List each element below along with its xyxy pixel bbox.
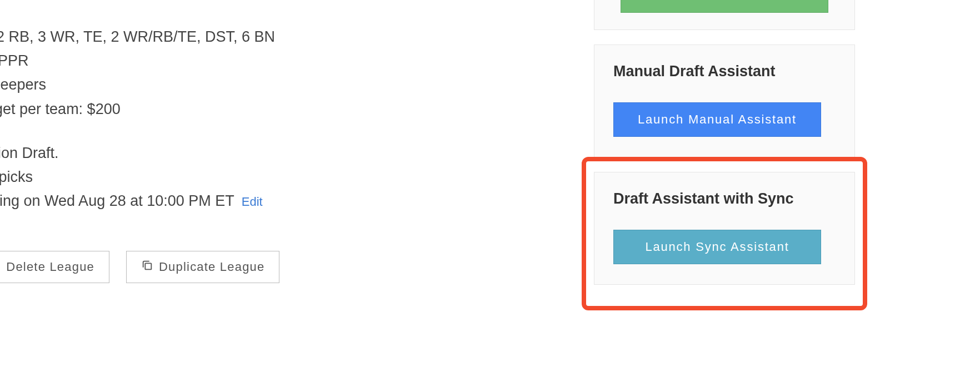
sidebar: Start a Mock Draft Manual Draft Assistan… <box>594 0 855 299</box>
manual-assistant-title: Manual Draft Assistant <box>613 63 836 80</box>
start-mock-draft-button[interactable]: Start a Mock Draft <box>621 0 828 13</box>
edit-draft-time-link[interactable]: Edit <box>242 195 263 209</box>
launch-sync-assistant-label: Launch Sync Assistant <box>645 240 789 254</box>
mock-draft-card: Start a Mock Draft <box>594 0 855 30</box>
draft-time-text: rafting on Wed Aug 28 at 10:00 PM ET <box>0 192 234 209</box>
manual-assistant-card: Manual Draft Assistant Launch Manual Ass… <box>594 44 855 157</box>
duplicate-league-label: Duplicate League <box>159 260 264 274</box>
delete-league-label: Delete League <box>6 260 94 274</box>
trash-icon <box>0 259 1 275</box>
launch-manual-assistant-button[interactable]: Launch Manual Assistant <box>613 102 821 137</box>
picks-line: 92 picks <box>0 165 544 189</box>
keepers-line: o Keepers <box>0 73 544 97</box>
draft-time-line: rafting on Wed Aug 28 at 10:00 PM ET Edi… <box>0 189 544 213</box>
duplicate-icon <box>141 259 153 275</box>
launch-sync-assistant-button[interactable]: Launch Sync Assistant <box>613 230 821 264</box>
scoring-line: alf PPR <box>0 49 544 73</box>
league-details: B, 2 RB, 3 WR, TE, 2 WR/RB/TE, DST, 6 BN… <box>0 0 544 283</box>
start-mock-draft-label: Start a Mock Draft <box>666 0 783 3</box>
duplicate-league-button[interactable]: Duplicate League <box>126 251 279 283</box>
action-button-row: hoo Delete League Duplicate League <box>0 251 544 283</box>
launch-manual-assistant-label: Launch Manual Assistant <box>638 112 797 127</box>
sync-assistant-title: Draft Assistant with Sync <box>613 190 836 207</box>
sync-assistant-card: Draft Assistant with Sync Launch Sync As… <box>594 172 855 285</box>
roster-line: B, 2 RB, 3 WR, TE, 2 WR/RB/TE, DST, 6 BN <box>0 25 544 49</box>
svg-rect-0 <box>145 264 151 270</box>
budget-line: udget per team: $200 <box>0 97 544 121</box>
delete-league-button[interactable]: Delete League <box>0 251 109 283</box>
draft-type-line: uction Draft. <box>0 141 544 165</box>
